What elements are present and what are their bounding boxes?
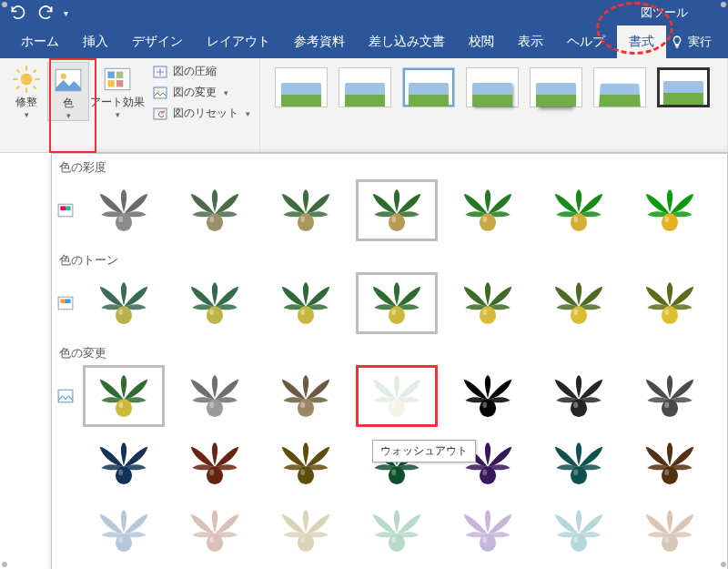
compress-pictures-button[interactable]: 図の圧縮 — [149, 62, 254, 81]
color-swatch[interactable] — [83, 500, 165, 562]
color-swatch[interactable] — [629, 500, 711, 562]
style-thumb-7[interactable] — [657, 67, 710, 107]
color-swatch[interactable] — [265, 365, 347, 427]
tab-review[interactable]: 校閲 — [457, 25, 506, 58]
style-thumb-3[interactable] — [402, 67, 455, 107]
color-swatch[interactable] — [265, 272, 347, 334]
color-swatch[interactable] — [629, 365, 711, 427]
qat-customize-caret-icon[interactable]: ▾ — [64, 8, 68, 18]
svg-point-43 — [209, 310, 214, 316]
color-swatch[interactable] — [538, 432, 620, 494]
style-thumb-4[interactable] — [466, 67, 519, 107]
color-swatch[interactable] — [629, 272, 711, 334]
color-swatch[interactable] — [447, 179, 529, 241]
svg-point-34 — [573, 217, 578, 223]
color-swatch[interactable] — [265, 179, 347, 241]
color-swatch[interactable] — [538, 179, 620, 241]
tab-mailings[interactable]: 差し込み文書 — [357, 25, 457, 58]
reset-picture-button[interactable]: 図のリセット ▾ — [149, 104, 254, 123]
tone-icon — [57, 295, 74, 311]
svg-point-26 — [209, 217, 214, 223]
change-picture-button[interactable]: 図の変更 ▾ — [149, 83, 254, 102]
svg-point-62 — [391, 402, 396, 409]
sun-icon — [11, 64, 42, 95]
color-swatch[interactable] — [356, 179, 438, 241]
color-swatch[interactable] — [356, 365, 438, 427]
color-swatch[interactable] — [83, 179, 165, 241]
picture-styles-gallery[interactable] — [266, 62, 722, 113]
corrections-button[interactable]: 修整 ▾ — [5, 62, 47, 119]
color-swatch[interactable] — [265, 432, 347, 494]
corner-dot — [2, 562, 7, 567]
svg-point-55 — [116, 399, 132, 417]
tab-references[interactable]: 参考資料 — [282, 25, 357, 58]
style-thumb-5[interactable] — [530, 67, 582, 107]
svg-point-78 — [482, 470, 487, 476]
color-swatch[interactable] — [174, 179, 256, 241]
color-swatch[interactable] — [538, 500, 620, 562]
svg-rect-13 — [116, 72, 123, 78]
style-thumb-1[interactable] — [275, 67, 328, 107]
tab-layout[interactable]: レイアウト — [195, 25, 282, 58]
color-button[interactable]: 色 ▾ — [47, 62, 89, 121]
svg-point-89 — [389, 533, 405, 552]
svg-point-72 — [209, 470, 214, 476]
undo-caret-icon[interactable] — [9, 4, 27, 22]
svg-point-32 — [482, 217, 487, 223]
svg-point-28 — [300, 217, 305, 223]
group-picture-styles — [260, 58, 728, 152]
svg-point-60 — [300, 402, 305, 409]
svg-point-41 — [118, 310, 123, 316]
redo-icon[interactable] — [36, 4, 55, 22]
tell-me-button[interactable]: 実行 — [670, 25, 712, 58]
color-swatch[interactable] — [83, 272, 165, 334]
tab-design[interactable]: デザイン — [120, 25, 195, 58]
change-picture-icon — [153, 86, 167, 100]
color-swatch[interactable] — [174, 432, 256, 494]
lightbulb-icon — [670, 35, 684, 49]
brush-grid-icon — [102, 64, 133, 95]
svg-point-80 — [573, 470, 578, 476]
color-swatch[interactable] — [356, 500, 438, 562]
svg-line-5 — [16, 69, 19, 72]
ribbon-tabs: ホーム 挿入 デザイン レイアウト 参考資料 差し込み文書 校閲 表示 ヘルプ … — [0, 25, 728, 58]
color-swatch[interactable] — [174, 500, 256, 562]
svg-point-42 — [207, 306, 223, 324]
color-swatch[interactable] — [83, 365, 165, 427]
tab-view[interactable]: 表示 — [506, 25, 555, 58]
svg-point-77 — [480, 466, 496, 484]
color-swatch[interactable] — [356, 272, 438, 334]
tab-help[interactable]: ヘルプ — [555, 25, 617, 58]
color-swatch[interactable] — [174, 365, 256, 427]
tab-format[interactable]: 書式 — [617, 25, 666, 58]
style-thumb-2[interactable] — [339, 67, 391, 107]
color-swatch[interactable] — [447, 365, 529, 427]
row-tone — [52, 272, 727, 340]
color-swatch[interactable] — [629, 432, 711, 494]
style-thumb-6[interactable] — [593, 67, 646, 107]
color-swatch[interactable] — [265, 500, 347, 562]
color-swatch[interactable] — [447, 272, 529, 334]
color-swatch[interactable] — [538, 272, 620, 334]
svg-point-61 — [389, 399, 405, 417]
quick-access-toolbar: ▾ — [0, 4, 68, 22]
section-tone: 色のトーン — [52, 247, 727, 272]
tab-insert[interactable]: 挿入 — [71, 25, 120, 58]
svg-point-27 — [298, 213, 314, 231]
row-saturation — [52, 179, 727, 247]
color-swatch[interactable] — [83, 432, 165, 494]
svg-point-50 — [571, 306, 587, 324]
color-swatch[interactable] — [447, 500, 529, 562]
svg-point-74 — [300, 470, 305, 476]
artistic-effects-button[interactable]: アート効果 ▾ — [89, 62, 146, 119]
tab-home[interactable]: ホーム — [9, 25, 71, 58]
color-swatch[interactable] — [174, 272, 256, 334]
corner-dot — [2, 2, 7, 7]
saturation-icon — [57, 202, 74, 218]
svg-point-71 — [207, 466, 223, 484]
svg-point-82 — [664, 470, 669, 476]
color-swatch[interactable] — [538, 365, 620, 427]
color-swatch[interactable] — [629, 179, 711, 241]
svg-line-7 — [16, 86, 19, 88]
corner-dot — [721, 2, 726, 7]
